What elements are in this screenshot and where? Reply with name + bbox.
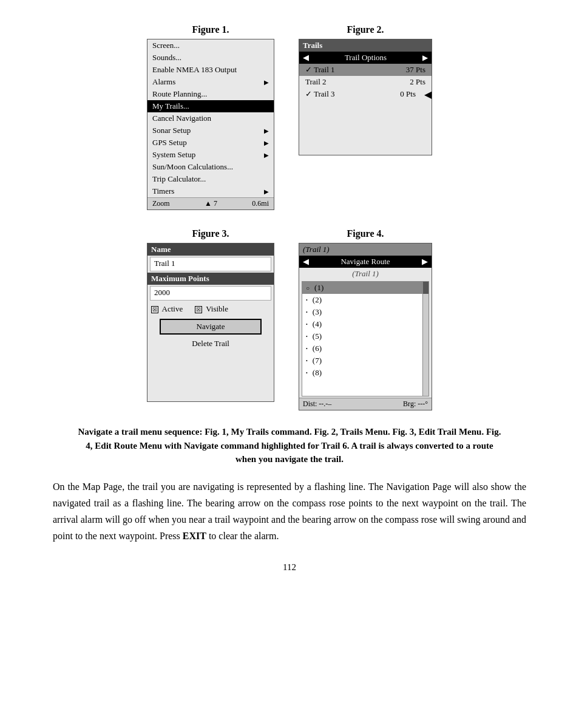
fig2-trail-2[interactable]: Trail 2 2 Pts <box>299 76 432 88</box>
menu-route-planning[interactable]: Route Planning... <box>147 88 274 100</box>
menu-gps-setup[interactable]: GPS Setup▶ <box>147 137 274 149</box>
figure-2-col: Figure 2. Trails ◀ Trail Options ▶ ✓ Tra… <box>299 24 432 210</box>
figure-4-box: (Trail 1) ◀ Navigate Route ▶ (Trail 1) ○… <box>299 243 432 410</box>
fig4-subtitle: (Trail 1) <box>299 268 432 280</box>
menu-alarms[interactable]: Alarms▶ <box>147 76 274 88</box>
menu-cancel-nav[interactable]: Cancel Navigation <box>147 112 274 124</box>
menu-system-setup[interactable]: System Setup▶ <box>147 149 274 161</box>
menu-sounds[interactable]: Sounds... <box>147 52 274 64</box>
figure-2-label: Figure 2. <box>347 24 384 35</box>
figure-1-menu: Screen... Sounds... Enable NMEA 183 Outp… <box>147 39 274 210</box>
menu-trip-calc[interactable]: Trip Calculator... <box>147 173 274 185</box>
exit-keyword: EXIT <box>183 531 206 541</box>
fig4-header: (Trail 1) <box>299 243 432 256</box>
fig3-delete-btn[interactable]: Delete Trail <box>160 337 262 350</box>
fig2-header: Trails <box>299 39 432 52</box>
fig4-item-3[interactable]: • (3) <box>302 306 428 318</box>
fig4-item-5[interactable]: • (5) <box>302 330 428 342</box>
fig4-item-2[interactable]: • (2) <box>302 294 428 306</box>
fig2-body: ✓ Trail 1 37 Pts Trail 2 2 Pts ✓ Trail 3… <box>299 64 432 155</box>
figure-3-label: Figure 3. <box>192 228 229 239</box>
caption: Navigate a trail menu sequence: Fig. 1, … <box>77 425 502 466</box>
fig4-brg: Brg: ---° <box>403 400 428 409</box>
menu-sunmoon[interactable]: Sun/Moon Calculations... <box>147 161 274 173</box>
fig3-empty-space <box>147 353 274 401</box>
figure-3-col: Figure 3. Name Trail 1 Maximum Points 20… <box>147 228 274 410</box>
fig3-active-checkbox[interactable]: ☒ <box>151 306 158 313</box>
menu-nmea[interactable]: Enable NMEA 183 Output <box>147 64 274 76</box>
fig4-item-6[interactable]: • (6) <box>302 342 428 355</box>
figure-1-col: Figure 1. Screen... Sounds... Enable NME… <box>147 24 274 210</box>
fig4-item-8[interactable]: • (8) <box>302 367 428 379</box>
menu-timers[interactable]: Timers▶ <box>147 185 274 197</box>
figure-4-col: Figure 4. (Trail 1) ◀ Navigate Route ▶ (… <box>299 228 432 410</box>
menu-screen[interactable]: Screen... <box>147 39 274 52</box>
fig2-trail-options: Trail Options <box>345 53 387 63</box>
fig3-maxpts-value[interactable]: 2000 <box>150 286 271 301</box>
fig4-nav-label: Navigate Route <box>340 257 390 267</box>
page-number: 112 <box>283 562 296 573</box>
menu-my-trails[interactable]: My Trails... <box>147 100 274 112</box>
fig2-trail-1[interactable]: ✓ Trail 1 37 Pts <box>299 64 432 76</box>
fig3-name-value[interactable]: Trail 1 <box>150 257 271 271</box>
figure-1-label: Figure 1. <box>192 24 229 35</box>
fig4-item-4[interactable]: • (4) <box>302 318 428 330</box>
fig3-navigate-btn[interactable]: Navigate <box>160 319 262 335</box>
fig3-visible-checkbox[interactable]: ☒ <box>195 306 202 313</box>
menu-sonar-setup[interactable]: Sonar Setup▶ <box>147 124 274 137</box>
fig3-name-label: Name <box>147 243 274 256</box>
fig4-dist: Dist: --.-– <box>303 400 331 409</box>
fig2-trail-3[interactable]: ✓ Trail 3 0 Pts <box>299 88 422 100</box>
menu-bottom-bar: Zoom ▲ 7 0.6mi <box>147 197 274 209</box>
body-text: On the Map Page, the trail you are navig… <box>53 478 526 545</box>
fig3-maxpts-label: Maximum Points <box>147 273 274 285</box>
fig4-scrollbar[interactable] <box>422 282 428 396</box>
fig2-nav-row[interactable]: ◀ Trail Options ▶ <box>299 52 432 64</box>
fig4-item-1[interactable]: ○ (1) <box>302 282 428 294</box>
figure-3-box: Name Trail 1 Maximum Points 2000 ☒ Activ… <box>147 243 274 402</box>
fig4-list: ○ (1) • (2) • (3) • (4) <box>302 281 429 396</box>
figure-2-box: Trails ◀ Trail Options ▶ ✓ Trail 1 37 Pt… <box>299 39 432 155</box>
figure-4-label: Figure 4. <box>347 228 384 239</box>
fig4-scrollbar-thumb[interactable] <box>423 282 428 294</box>
fig4-item-7[interactable]: • (7) <box>302 355 428 367</box>
fig4-footer: Dist: --.-– Brg: ---° <box>299 398 432 410</box>
fig3-checkrow: ☒ Active ☒ Visible <box>147 302 274 316</box>
fig2-pointer-arrow: ◀ <box>424 89 432 100</box>
fig4-nav-row[interactable]: ◀ Navigate Route ▶ <box>299 256 432 268</box>
